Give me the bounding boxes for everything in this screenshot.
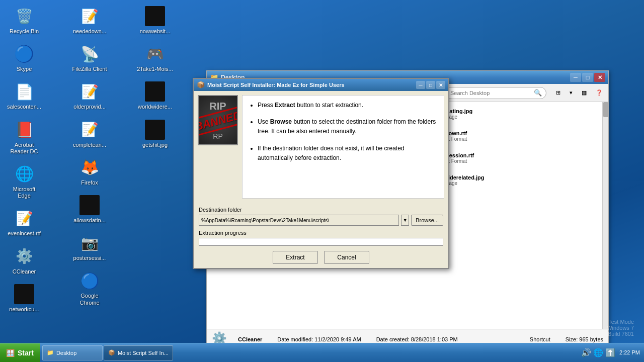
desktop-icon-area: 🗑️ Recycle Bin 🔵 Skype 📄 salesconten... …	[4, 4, 195, 336]
edge-label: Microsoft Edge	[6, 186, 42, 199]
status-info: CCleaner Date modified: 11/2/2020 9:49 A…	[238, 336, 520, 342]
layout-button[interactable]: ▦	[578, 86, 590, 100]
acrobat-label: Acrobat Reader DC	[6, 142, 42, 155]
desktop-icon-recycle-bin[interactable]: 🗑️ Recycle Bin	[4, 4, 44, 37]
status-date-modified: Date modified: 11/2/2020 9:49 AM	[277, 336, 361, 342]
watermark-line3: Build 7601	[607, 331, 634, 337]
desktop-icon-nowwebsit[interactable]: nowwebsit...	[135, 4, 175, 37]
firefox-icon: 🦊	[79, 157, 100, 177]
update-tray-icon: ⬆️	[605, 348, 615, 357]
system-tray: 🔊 🌐 ⬆️ 2:22 PM	[577, 348, 644, 357]
instruction-2: Use Browse button to select the destinat…	[258, 117, 439, 136]
destination-dropdown[interactable]: ▼	[401, 215, 409, 226]
destination-input[interactable]	[199, 215, 399, 226]
neededown-icon: 📝	[79, 6, 100, 26]
taskbar-app-desktop-icon: 📁	[47, 349, 54, 356]
installer-maximize-button[interactable]: □	[426, 81, 435, 89]
desktop-icon-completean[interactable]: 📝 completean...	[69, 118, 110, 150]
desktop-icon-evenincest[interactable]: 📝 evenincest.rtf	[4, 206, 44, 239]
networkcu-icon	[14, 284, 34, 304]
taskbar-app-desktop[interactable]: 📁 Desktop	[42, 345, 103, 360]
desktop-icon-edge[interactable]: 🌐 Microsoft Edge	[4, 162, 44, 201]
start-label: Start	[18, 349, 34, 357]
status-type: Shortcut	[530, 336, 550, 342]
status-size: Size: 965 bytes	[566, 336, 603, 342]
installer-minimize-button[interactable]: ─	[416, 81, 425, 89]
destination-label: Destination folder	[199, 207, 443, 213]
postersessi-label: postersessi...	[73, 255, 106, 261]
view-toggle-button[interactable]: ▾	[566, 86, 576, 100]
salescontents-label: salesconten...	[7, 104, 41, 110]
desktop-icon-firefox[interactable]: 🦊 Firefox	[69, 155, 110, 188]
filezilla-label: FileZilla Client	[72, 66, 107, 72]
file-explorer-controls: ─ □ ✕	[570, 73, 605, 82]
getshit-icon	[145, 120, 165, 140]
desktop-icon-twotakeone[interactable]: 🎮 2Take1-Mois...	[135, 42, 175, 74]
taskbar: 🪟 Start 📁 Desktop 📦 Moist Script Self In…	[0, 343, 644, 362]
installer-footer: Destination folder ▼ Browse... Extractio…	[194, 203, 448, 268]
start-button[interactable]: 🪟 Start	[0, 343, 40, 363]
desktop: 🗑️ Recycle Bin 🔵 Skype 📄 salesconten... …	[0, 0, 644, 362]
start-icon: 🪟	[6, 349, 15, 357]
olderprovid-label: olderprovid...	[73, 104, 106, 110]
search-input[interactable]	[450, 90, 534, 96]
taskbar-apps: 📁 Desktop 📦 Moist Script Self In...	[40, 343, 577, 362]
worldwiderel-label: worldwidere...	[138, 104, 172, 110]
desktop-icon-chrome[interactable]: 🔵 Google Chrome	[69, 268, 110, 308]
clock[interactable]: 2:22 PM	[619, 349, 640, 356]
taskbar-app-installer-icon: 📦	[108, 349, 115, 356]
minimize-button[interactable]: ─	[570, 73, 581, 82]
networkcu-label: networkcu...	[9, 306, 39, 313]
installer-close-button[interactable]: ✕	[436, 81, 445, 89]
instruction-1: Press Extract button to start extraction…	[258, 101, 439, 110]
desktop-icon-postersessi[interactable]: 📷 postersessi...	[69, 231, 110, 263]
desktop-icon-acrobat[interactable]: 📕 Acrobat Reader DC	[4, 118, 44, 157]
nowwebsit-label: nowwebsit...	[140, 28, 171, 35]
allowsdating-icon	[79, 195, 100, 215]
twotakeone-label: 2Take1-Mois...	[137, 66, 173, 72]
chrome-label: Google Chrome	[71, 293, 108, 306]
help-button[interactable]: ❓	[592, 86, 606, 100]
installer-title-icon: 📦	[197, 81, 205, 89]
action-buttons: Extract Cancel	[199, 251, 443, 264]
browse-button[interactable]: Browse...	[411, 215, 443, 226]
worldwiderel-icon	[145, 81, 165, 102]
wifi-tray-icon: 🌐	[593, 348, 603, 357]
test-mode-watermark: Test Mode Windows 7 Build 7601	[607, 319, 634, 337]
postersessi-icon: 📷	[79, 233, 100, 253]
scrollbar-thumb	[603, 102, 608, 117]
extraction-progress-label: Extraction progress	[199, 230, 443, 236]
taskbar-app-desktop-label: Desktop	[56, 350, 76, 356]
instruction-3: If the destination folder does not exist…	[258, 144, 439, 163]
evenincest-label: evenincest.rtf	[8, 230, 40, 237]
explorer-scrollbar[interactable]	[602, 102, 608, 329]
search-bar: 🔍	[446, 87, 546, 99]
olderprovid-icon: 📝	[79, 81, 100, 102]
chrome-icon: 🔵	[79, 270, 100, 291]
view-options-button[interactable]: ⊞	[552, 86, 564, 100]
recycle-bin-icon: 🗑️	[14, 6, 34, 26]
desktop-icon-ccleaner[interactable]: ⚙️ CCleaner	[4, 244, 44, 277]
tray-icons: 🔊 🌐 ⬆️	[581, 348, 615, 357]
recycle-bin-label: Recycle Bin	[10, 28, 39, 35]
network-tray-icon: 🔊	[581, 348, 591, 357]
desktop-icon-neededown[interactable]: 📝 neededown...	[69, 4, 110, 37]
acrobat-icon: 📕	[14, 120, 34, 140]
maximize-button[interactable]: □	[582, 73, 593, 82]
desktop-icon-skype[interactable]: 🔵 Skype	[4, 42, 44, 74]
getshit-label: getshit.jpg	[142, 142, 168, 148]
desktop-icon-worldwiderel[interactable]: worldwidere...	[135, 79, 175, 112]
taskbar-app-installer[interactable]: 📦 Moist Script Self In...	[104, 345, 173, 360]
close-button[interactable]: ✕	[594, 73, 605, 82]
completean-label: completean...	[73, 142, 106, 148]
desktop-icon-olderprovid[interactable]: 📝 olderprovid...	[69, 79, 110, 112]
desktop-icon-salescontents[interactable]: 📄 salesconten...	[4, 79, 44, 112]
installer-dialog: 📦 Moist Script Self Installer: Made Ez f…	[193, 78, 449, 269]
ccleaner-label: CCleaner	[13, 268, 36, 275]
desktop-icon-getshit[interactable]: getshit.jpg	[135, 118, 175, 150]
desktop-icon-filezilla[interactable]: 📡 FileZilla Client	[69, 42, 110, 74]
extract-button[interactable]: Extract	[273, 251, 318, 264]
desktop-icon-allowsdating[interactable]: allowsdatin...	[69, 193, 110, 226]
desktop-icon-networkcu[interactable]: networkcu...	[4, 282, 44, 315]
cancel-button[interactable]: Cancel	[324, 251, 369, 264]
